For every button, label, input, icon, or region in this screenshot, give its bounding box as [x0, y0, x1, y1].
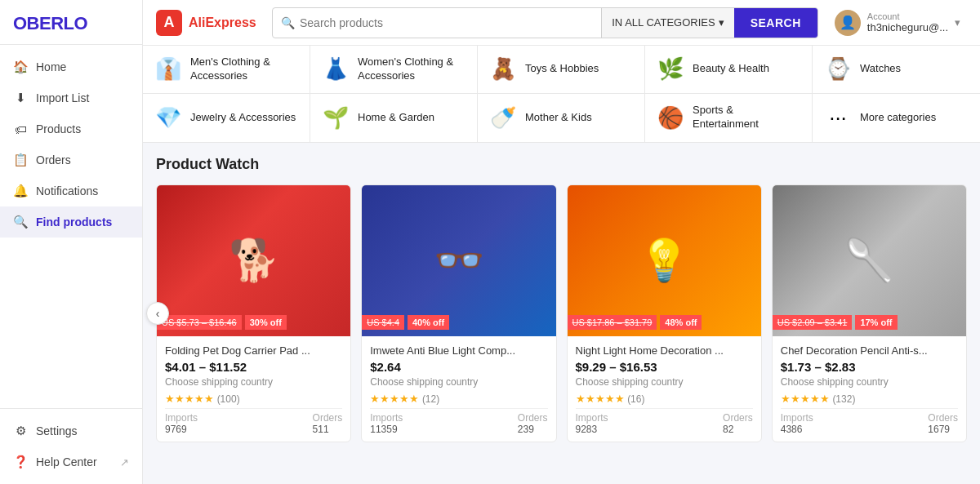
- product-info-4: Chef Decoration Pencil Anti-s... $1.73 –…: [773, 336, 966, 442]
- product-watch-title: Product Watch: [156, 156, 967, 173]
- sidebar-label-products: Products: [36, 122, 81, 135]
- category-label-womens-clothing: Women's Clothing & Accessories: [358, 56, 466, 83]
- topbar: A AliExpress 🔍 IN ALL CATEGORIES ▾ SEARC…: [143, 0, 980, 46]
- discount-badge-3: 48% off: [660, 315, 702, 330]
- notifications-icon: 🔔: [13, 184, 28, 198]
- category-item-womens-clothing[interactable]: 👗 Women's Clothing & Accessories: [310, 46, 478, 94]
- main-content: A AliExpress 🔍 IN ALL CATEGORIES ▾ SEARC…: [143, 0, 980, 484]
- sidebar-item-find-products[interactable]: 🔍 Find products: [0, 206, 142, 238]
- sidebar-item-help-center[interactable]: ❓ Help Center ↗: [0, 446, 142, 477]
- account-area[interactable]: 👤 Account th3nicheguru@... ▾: [828, 7, 967, 39]
- products-carousel: ‹ 🐕 US $5.73 – $16.46 30% off Folding Pe…: [156, 184, 967, 442]
- category-icon-mens-clothing: 👔: [154, 56, 182, 82]
- avatar: 👤: [835, 10, 861, 36]
- help-icon: ❓: [13, 455, 28, 469]
- product-footer-4: Imports 4386 Orders 1679: [781, 408, 958, 435]
- oberlo-logo-text: OBERLO: [13, 13, 87, 33]
- product-info-2: Imwete Anti Blue Light Comp... $2.64 Cho…: [362, 336, 555, 442]
- imports-label-4: Imports: [781, 412, 813, 424]
- imports-label-3: Imports: [576, 412, 608, 424]
- product-shipping-2: Choose shipping country: [370, 376, 547, 388]
- product-card-1[interactable]: 🐕 US $5.73 – $16.46 30% off Folding Pet …: [156, 184, 351, 442]
- home-icon: 🏠: [13, 60, 28, 74]
- price-badge-4: US $2.09 – $3.41 17% off: [773, 315, 898, 330]
- product-name-1: Folding Pet Dog Carrier Pad ...: [165, 344, 342, 357]
- product-info-3: Night Light Home Decoration ... $9.29 – …: [568, 336, 761, 442]
- category-icon-home-garden: 🌱: [322, 105, 350, 131]
- category-item-sports[interactable]: 🏀 Sports & Entertainment: [645, 94, 813, 142]
- product-info-1: Folding Pet Dog Carrier Pad ... $4.01 – …: [157, 336, 350, 442]
- category-icon-mother-kids: 🍼: [489, 105, 517, 131]
- product-shipping-4: Choose shipping country: [781, 376, 958, 388]
- product-card-4[interactable]: 🥄 US $2.09 – $3.41 17% off Chef Decorati…: [772, 184, 967, 442]
- search-bar: 🔍 IN ALL CATEGORIES ▾ SEARCH: [272, 7, 818, 38]
- category-icon-toys-hobbies: 🧸: [489, 56, 517, 82]
- category-item-mens-clothing[interactable]: 👔 Men's Clothing & Accessories: [143, 46, 310, 94]
- category-icon-watches: ⌚: [824, 56, 852, 82]
- orders-label-3: Orders: [723, 412, 753, 424]
- category-icon-womens-clothing: 👗: [322, 56, 350, 82]
- category-item-mother-kids[interactable]: 🍼 Mother & Kids: [478, 94, 645, 142]
- category-label: IN ALL CATEGORIES: [612, 16, 715, 29]
- product-price-3: $9.29 – $16.53: [576, 360, 753, 374]
- sidebar-bottom: ⚙ Settings ❓ Help Center ↗: [0, 408, 142, 484]
- sidebar-item-products[interactable]: 🏷 Products: [0, 113, 142, 144]
- product-price-1: $4.01 – $11.52: [165, 360, 342, 374]
- product-shipping-3: Choose shipping country: [576, 376, 753, 388]
- product-name-3: Night Light Home Decoration ...: [576, 344, 753, 357]
- category-item-home-garden[interactable]: 🌱 Home & Garden: [310, 94, 478, 142]
- price-badge-2: US $4.4 40% off: [362, 315, 449, 330]
- search-input[interactable]: [300, 16, 593, 29]
- category-dropdown-button[interactable]: IN ALL CATEGORIES ▾: [601, 8, 733, 38]
- carousel-prev-button[interactable]: ‹: [146, 302, 169, 325]
- imports-label-1: Imports: [165, 412, 198, 424]
- sidebar-item-home[interactable]: 🏠 Home: [0, 51, 142, 82]
- product-img-icon-2: 👓: [362, 185, 555, 336]
- sidebar-label-help: Help Center: [36, 455, 97, 468]
- orders-value-4: 1679: [928, 424, 958, 435]
- discount-badge-2: 40% off: [408, 315, 449, 330]
- product-card-2[interactable]: 👓 US $4.4 40% off Imwete Anti Blue Light…: [361, 184, 556, 442]
- imports-value-3: 9283: [576, 424, 608, 435]
- original-price-1: US $5.73 – $16.46: [157, 315, 242, 330]
- sidebar-item-notifications[interactable]: 🔔 Notifications: [0, 175, 142, 206]
- review-count-2: (12): [422, 393, 439, 405]
- settings-icon: ⚙: [13, 424, 28, 438]
- sidebar-label-home: Home: [36, 60, 66, 73]
- sidebar: OBERLO 🏠 Home ⬇ Import List 🏷 Products 📋…: [0, 0, 143, 484]
- sidebar-item-orders[interactable]: 📋 Orders: [0, 144, 142, 175]
- category-label-jewelry: Jewelry & Accessories: [190, 111, 296, 125]
- orders-value-3: 82: [723, 424, 753, 435]
- product-footer-1: Imports 9769 Orders 511: [165, 408, 342, 435]
- discount-badge-1: 30% off: [245, 315, 287, 330]
- sidebar-label-find-products: Find products: [36, 215, 112, 229]
- sidebar-nav: 🏠 Home ⬇ Import List 🏷 Products 📋 Orders…: [0, 45, 142, 408]
- category-icon-jewelry: 💎: [154, 105, 182, 131]
- orders-label-1: Orders: [313, 412, 343, 424]
- account-chevron-icon: ▾: [955, 16, 960, 29]
- category-item-watches[interactable]: ⌚ Watches: [813, 46, 980, 94]
- category-icon-beauty-health: 🌿: [657, 56, 684, 82]
- category-item-toys-hobbies[interactable]: 🧸 Toys & Hobbies: [478, 46, 645, 94]
- product-card-3[interactable]: 💡 US $17.86 – $31.79 48% off Night Light…: [567, 184, 762, 442]
- category-label-toys-hobbies: Toys & Hobbies: [525, 62, 599, 76]
- category-label-sports: Sports & Entertainment: [693, 104, 800, 131]
- product-footer-2: Imports 11359 Orders 239: [370, 408, 547, 435]
- original-price-2: US $4.4: [362, 315, 404, 330]
- search-icon: 🔍: [281, 16, 295, 29]
- orders-info-3: Orders 82: [723, 412, 753, 435]
- imports-label-2: Imports: [370, 412, 403, 424]
- category-item-beauty-health[interactable]: 🌿 Beauty & Health: [645, 46, 813, 94]
- category-item-more[interactable]: ··· More categories: [813, 94, 980, 142]
- star-icons-3: ★★★★★: [576, 393, 625, 405]
- product-rating-1: ★★★★★ (100): [165, 393, 342, 405]
- category-label-home-garden: Home & Garden: [358, 111, 434, 125]
- category-item-jewelry[interactable]: 💎 Jewelry & Accessories: [143, 94, 310, 142]
- sidebar-item-settings[interactable]: ⚙ Settings: [0, 415, 142, 446]
- category-label-mother-kids: Mother & Kids: [525, 111, 592, 125]
- search-button[interactable]: SEARCH: [734, 7, 817, 38]
- sidebar-item-import-list[interactable]: ⬇ Import List: [0, 82, 142, 113]
- orders-label-4: Orders: [928, 412, 958, 424]
- category-icon-sports: 🏀: [657, 105, 684, 131]
- categories-bar: 👔 Men's Clothing & Accessories 👗 Women's…: [143, 46, 980, 143]
